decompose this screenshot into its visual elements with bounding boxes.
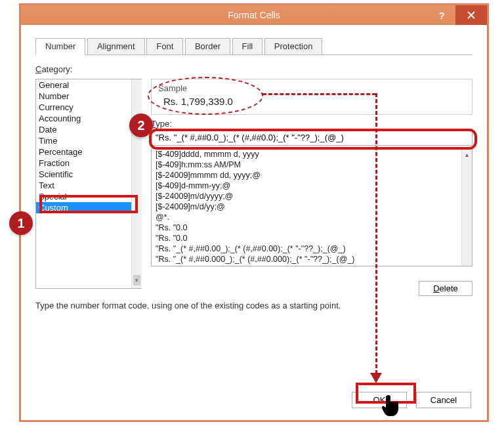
category-scrollbar[interactable]: ▾	[131, 79, 142, 288]
type-input[interactable]	[151, 129, 472, 146]
list-item[interactable]: "Rs. "_(* #,##0.00_);_(* (#,##0.00);_(* …	[152, 243, 472, 254]
tab-alignment[interactable]: Alignment	[87, 38, 145, 54]
format-cells-dialog: Format Cells ? Number Alignment Font Bor…	[19, 3, 489, 422]
list-item[interactable]: "Rs. "0.0	[152, 233, 472, 243]
titlebar: Format Cells ?	[21, 5, 487, 25]
list-item[interactable]: [$-24009]m/d/yyyy;@	[152, 191, 472, 201]
ok-button[interactable]: OK	[352, 392, 407, 408]
cat-date[interactable]: Date	[36, 124, 142, 135]
sample-value: Rs. 1,799,339.0	[163, 96, 465, 107]
cat-fraction[interactable]: Fraction	[36, 158, 142, 169]
scroll-down-icon: ▾	[133, 275, 140, 285]
sample-panel: Sample Rs. 1,799,339.0	[151, 79, 472, 115]
step-2-badge: 2	[129, 114, 153, 137]
category-label: Category:	[35, 64, 472, 74]
tab-protection[interactable]: Protection	[264, 38, 323, 54]
cat-percentage[interactable]: Percentage	[36, 146, 142, 158]
dashed-line-h	[262, 93, 376, 95]
format-listbox[interactable]: [$-409]dddd, mmmm d, yyyy [$-409]h:mm:ss…	[151, 148, 472, 266]
tabstrip: Number Alignment Font Border Fill Protec…	[35, 38, 472, 55]
list-item[interactable]: [$-24009]m/d/yy;@	[152, 201, 472, 212]
category-listbox[interactable]: General Number Currency Accounting Date …	[35, 79, 142, 289]
cat-currency[interactable]: Currency	[36, 102, 142, 113]
tab-border[interactable]: Border	[185, 38, 230, 54]
list-item[interactable]: [$-409]dddd, mmmm d, yyyy	[152, 149, 472, 159]
scroll-up-icon: ▴	[462, 149, 472, 159]
list-item[interactable]: "Rs. "0.0	[152, 222, 472, 233]
format-scrollbar[interactable]: ▴	[461, 149, 472, 266]
sample-label: Sample	[158, 83, 465, 93]
delete-button[interactable]: Delete	[419, 281, 472, 296]
list-item[interactable]: [$-24009]mmmm dd, yyyy;@	[152, 170, 472, 180]
list-item[interactable]: [$-409]d-mmm-yy;@	[152, 180, 472, 191]
cat-number[interactable]: Number	[36, 91, 142, 102]
cat-accounting[interactable]: Accounting	[36, 113, 142, 124]
dialog-title: Format Cells	[228, 10, 280, 20]
list-item[interactable]: @*.	[152, 212, 472, 222]
cat-special[interactable]: Special	[36, 191, 142, 202]
cancel-button[interactable]: Cancel	[416, 392, 471, 408]
tab-number[interactable]: Number	[35, 38, 85, 55]
tab-font[interactable]: Font	[146, 38, 183, 54]
tab-fill[interactable]: Fill	[232, 38, 263, 54]
arrow-down-icon	[370, 373, 382, 383]
cat-text[interactable]: Text	[36, 180, 142, 191]
close-icon	[467, 11, 475, 19]
hint-text: Type the number format code, using one o…	[35, 301, 341, 310]
cat-custom[interactable]: Custom	[36, 202, 142, 213]
close-button[interactable]	[455, 5, 487, 25]
list-item[interactable]: [$-409]h:mm:ss AM/PM	[152, 159, 472, 170]
dashed-line-v	[375, 93, 377, 374]
list-item[interactable]: "Rs. "_(* #,##0.000_);_(* (#,##0.000);_(…	[152, 254, 472, 264]
type-label: Type:	[151, 119, 472, 129]
cat-general[interactable]: General	[36, 79, 142, 91]
step-1-badge: 1	[9, 211, 33, 235]
cat-time[interactable]: Time	[36, 135, 142, 146]
cat-scientific[interactable]: Scientific	[36, 169, 142, 180]
help-button[interactable]: ?	[428, 5, 455, 25]
